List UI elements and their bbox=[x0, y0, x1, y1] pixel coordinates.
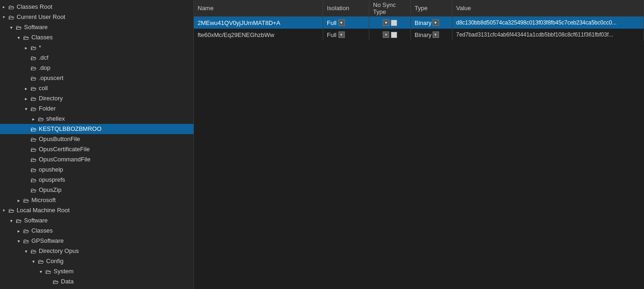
folder-icon: 🗁 bbox=[37, 258, 44, 265]
folder-icon: 🗁 bbox=[30, 54, 37, 61]
tree-expander[interactable]: ▸ bbox=[22, 85, 30, 92]
table-row[interactable]: 2MEwu41QV0yjJUmMAT8D+AFull▾▾Binary▾d8c13… bbox=[194, 17, 644, 29]
tree-node-software-cu[interactable]: ▾🗁Software bbox=[0, 22, 193, 32]
folder-icon: 🗁 bbox=[22, 34, 30, 41]
right-panel: Name Isolation No Sync Type Type Value 2… bbox=[194, 0, 644, 289]
tree-expander[interactable]: ▸ bbox=[30, 115, 37, 123]
type-dropdown-arrow[interactable]: ▾ bbox=[433, 31, 439, 38]
tree-node-classes-root[interactable]: ▸🗁Classes Root bbox=[0, 2, 193, 12]
tree-node-opuszip[interactable]: 🗁OpusZip bbox=[0, 185, 193, 195]
folder-icon: 🗁 bbox=[30, 186, 37, 194]
isolation-dropdown-arrow[interactable]: ▾ bbox=[338, 19, 345, 26]
tree-label: Config bbox=[46, 256, 64, 266]
tree-node-system[interactable]: ▾🗁System bbox=[0, 266, 193, 277]
tree-label: opusprefs bbox=[39, 175, 65, 185]
tree-expander[interactable]: ▾ bbox=[22, 247, 30, 255]
nosync-dropdown-arrow[interactable]: ▾ bbox=[383, 19, 389, 26]
folder-icon: 🗁 bbox=[30, 95, 37, 102]
folder-icon: 🗁 bbox=[30, 176, 37, 184]
tree-node-star[interactable]: ▸🗁* bbox=[0, 43, 193, 53]
tree-label: Classes bbox=[31, 226, 53, 236]
tree-label: OpusCertificateFile bbox=[39, 144, 90, 154]
tree-panel[interactable]: ▸🗁Classes Root▾🗁Current User Root▾🗁Softw… bbox=[0, 0, 194, 289]
tree-node-current-user-root[interactable]: ▾🗁Current User Root bbox=[0, 12, 193, 22]
tree-label: Software bbox=[24, 215, 48, 226]
folder-icon: 🗁 bbox=[30, 146, 37, 153]
tree-node-classes-cu[interactable]: ▾🗁Classes bbox=[0, 32, 193, 43]
tree-node-microsoft-cu[interactable]: ▸🗁Microsoft bbox=[0, 195, 193, 205]
th-value: Value bbox=[452, 0, 644, 16]
tree-expander[interactable]: ▾ bbox=[7, 24, 15, 31]
tree-label: .opuscert bbox=[39, 73, 63, 83]
tree-expander[interactable]: ▾ bbox=[22, 105, 30, 112]
tree-expander[interactable]: ▾ bbox=[30, 258, 37, 265]
tree-node-opuscert[interactable]: 🗁.opuscert bbox=[0, 73, 193, 83]
td-value: d8c130bb8d50574ca325498c013f03f8fb45c7ce… bbox=[452, 17, 644, 29]
type-value: Binary bbox=[415, 31, 432, 38]
tree-node-config[interactable]: ▾🗁Config bbox=[0, 256, 193, 266]
tree-label: .dcf bbox=[39, 53, 48, 63]
isolation-value: Full bbox=[327, 31, 337, 38]
nosync-checkbox[interactable] bbox=[391, 20, 397, 26]
tree-node-gpsoftware[interactable]: ▾🗁GPSoftware bbox=[0, 236, 193, 246]
tree-label: Folder bbox=[39, 104, 56, 114]
tree-node-data[interactable]: 🗁Data bbox=[0, 277, 193, 287]
tree-node-opusbuttonfile[interactable]: 🗁OpusButtonFile bbox=[0, 134, 193, 144]
tree-node-directory[interactable]: ▸🗁Directory bbox=[0, 93, 193, 104]
tree-node-coll[interactable]: ▸🗁coll bbox=[0, 83, 193, 93]
tree-expander[interactable]: ▾ bbox=[15, 34, 22, 41]
tree-expander[interactable]: ▾ bbox=[15, 237, 22, 245]
tree-node-opuscertificatefile[interactable]: 🗁OpusCertificateFile bbox=[0, 144, 193, 154]
isolation-dropdown-arrow[interactable]: ▾ bbox=[338, 31, 345, 38]
tree-node-software-lm[interactable]: ▾🗁Software bbox=[0, 215, 193, 226]
tree-expander[interactable]: ▸ bbox=[15, 227, 22, 234]
tree-expander[interactable]: ▸ bbox=[15, 197, 22, 204]
tree-expander[interactable]: ▾ bbox=[37, 268, 44, 275]
tree-node-shellex[interactable]: ▸🗁shellex bbox=[0, 114, 193, 124]
nosync-checkbox[interactable] bbox=[391, 32, 397, 38]
tree-label: Microsoft bbox=[31, 195, 56, 205]
tree-label: OpusCommandFile bbox=[39, 154, 90, 165]
td-name: 2MEwu41QV0yjJUmMAT8D+A bbox=[194, 17, 323, 29]
tree-node-dcf[interactable]: 🗁.dcf bbox=[0, 53, 193, 63]
table-row[interactable]: fte60xMc/Eq29ENEGhzbWwFull▾▾Binary▾7ed7b… bbox=[194, 29, 644, 41]
tree-expander[interactable]: ▾ bbox=[0, 207, 7, 214]
th-name: Name bbox=[194, 0, 323, 16]
th-nosync: No Sync Type bbox=[369, 0, 411, 16]
folder-icon: 🗁 bbox=[30, 74, 37, 82]
nosync-dropdown-arrow[interactable]: ▾ bbox=[383, 31, 389, 38]
tree-label: * bbox=[39, 43, 41, 53]
tree-expander[interactable]: ▾ bbox=[0, 13, 7, 21]
folder-icon: 🗁 bbox=[22, 227, 30, 234]
tree-expander[interactable]: ▸ bbox=[22, 44, 30, 51]
tree-label: coll bbox=[39, 83, 48, 93]
folder-icon: 🗁 bbox=[30, 125, 37, 133]
type-dropdown-arrow[interactable]: ▾ bbox=[433, 19, 439, 26]
th-type: Type bbox=[411, 0, 452, 16]
folder-icon: 🗁 bbox=[30, 85, 37, 92]
td-name: fte60xMc/Eq29ENEGhzbWw bbox=[194, 29, 323, 41]
tree-node-folder[interactable]: ▾🗁Folder bbox=[0, 104, 193, 114]
tree-node-dop[interactable]: 🗁.dop bbox=[0, 63, 193, 73]
type-value: Binary bbox=[415, 19, 432, 26]
tree-node-directory-opus[interactable]: ▾🗁Directory Opus bbox=[0, 246, 193, 256]
folder-icon: 🗁 bbox=[30, 105, 37, 112]
tree-node-kestql[interactable]: 🗁KESTQLBBOZBMROO bbox=[0, 124, 193, 134]
tree-label: Current User Root bbox=[17, 12, 65, 22]
folder-icon: 🗁 bbox=[30, 44, 37, 51]
tree-node-opusprefs[interactable]: 🗁opusprefs bbox=[0, 175, 193, 185]
tree-node-classes-lm[interactable]: ▸🗁Classes bbox=[0, 226, 193, 236]
tree-label: Classes bbox=[31, 32, 53, 43]
tree-label: Classes Root bbox=[17, 2, 52, 12]
tree-expander[interactable]: ▸ bbox=[0, 3, 7, 11]
tree-node-opushelp[interactable]: 🗁opushelp bbox=[0, 165, 193, 175]
tree-expander[interactable]: ▾ bbox=[7, 217, 15, 224]
th-isolation: Isolation bbox=[323, 0, 369, 16]
tree-node-opuscommandfile[interactable]: 🗁OpusCommandFile bbox=[0, 154, 193, 165]
tree-label: opushelp bbox=[39, 165, 63, 175]
tree-node-local-machine-root[interactable]: ▾🗁Local Machine Root bbox=[0, 205, 193, 215]
folder-icon: 🗁 bbox=[7, 3, 15, 11]
tree-expander[interactable]: ▸ bbox=[22, 95, 30, 102]
folder-icon: 🗁 bbox=[44, 268, 52, 275]
folder-icon: 🗁 bbox=[30, 64, 37, 72]
